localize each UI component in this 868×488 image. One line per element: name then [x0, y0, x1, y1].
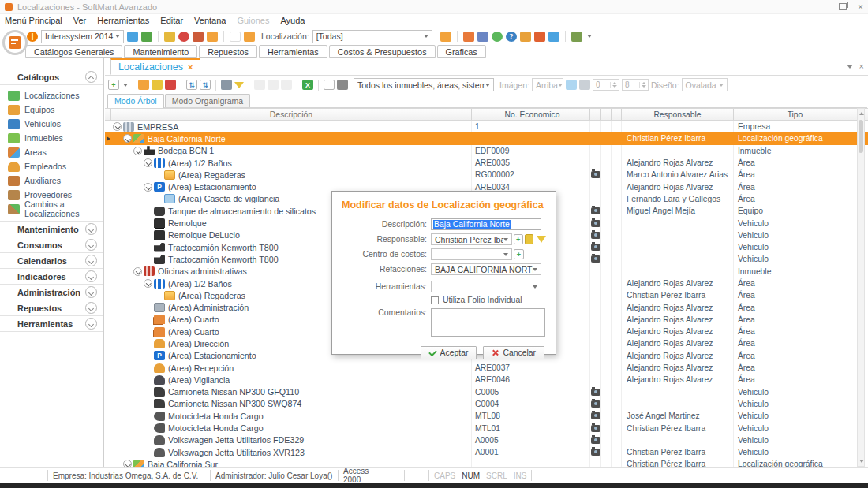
cancelar-button[interactable]: Cancelar — [483, 346, 544, 359]
org-person-icon[interactable] — [579, 80, 590, 90]
globe-icon[interactable] — [492, 32, 503, 42]
column-extra-2[interactable] — [612, 109, 622, 120]
column-photo[interactable] — [590, 109, 601, 120]
menu-item-guiones[interactable]: Guiones — [237, 16, 269, 25]
ribbon-tab-graficas[interactable]: Graficas — [437, 45, 486, 58]
column-tipo[interactable]: Tipo — [734, 109, 852, 120]
imagen-combo[interactable]: Arriba — [532, 78, 563, 91]
ribbon-tab-repuestos[interactable]: Repuestos — [199, 45, 257, 58]
tree-grid-row[interactable]: (Area) RecepciónARE0037Alejandro Rojas A… — [105, 362, 868, 374]
tree-expand-icon[interactable] — [113, 122, 122, 131]
tab-localizaciones[interactable]: Localizaciones × — [110, 58, 200, 75]
menu-item-herramientas[interactable]: Herramientas — [97, 16, 149, 25]
ribbon-tab-cat-logos-generales[interactable]: Catálogos Generales — [25, 45, 122, 58]
view-filter-combo[interactable]: Todos los inmuebles, áreas, sistemas, eq… — [354, 78, 494, 91]
help-icon[interactable]: ? — [506, 32, 517, 42]
print-button[interactable] — [337, 80, 348, 90]
org-image-icon[interactable] — [566, 80, 577, 90]
sidebar-section-repuestos[interactable]: Repuestos — [0, 300, 103, 315]
excel-export-button[interactable]: X — [302, 80, 313, 90]
comentarios-textarea[interactable] — [431, 308, 545, 337]
close-button[interactable]: × — [858, 3, 863, 11]
tree-expand-icon[interactable] — [144, 279, 152, 288]
menu-item-ver[interactable]: Ver — [73, 16, 87, 25]
descripcion-input[interactable]: Baja California Norte — [431, 218, 541, 230]
add-record-button[interactable]: + — [108, 80, 119, 90]
sidebar-item-cambios-a-localizaciones[interactable]: Cambios a Localizaciones — [0, 202, 103, 216]
add-responsable-icon[interactable]: + — [514, 234, 523, 244]
levels-spinner[interactable]: 0 — [593, 79, 619, 91]
sidebar-item-localizaciones[interactable]: Localizaciones — [0, 88, 103, 102]
tree-grid-row[interactable]: Motocicleta Honda CargoMTL01Christian Pé… — [105, 422, 868, 434]
tab-list-dropdown-icon[interactable] — [847, 65, 853, 69]
tree-grid-row[interactable]: Volkswagen Jetta Utilitarios FDE329A0005… — [105, 434, 868, 446]
menu-item-editar[interactable]: Editar — [160, 16, 183, 25]
home-icon[interactable] — [440, 32, 451, 42]
users-icon[interactable] — [520, 32, 531, 42]
diseno-combo[interactable]: Ovalada — [682, 78, 728, 91]
image-icon[interactable] — [127, 32, 138, 42]
copy-button[interactable] — [268, 80, 279, 90]
view-record-button[interactable] — [152, 80, 163, 90]
filter-responsable-icon[interactable] — [537, 236, 546, 243]
edit-record-button[interactable] — [138, 80, 149, 90]
windows-icon[interactable] — [548, 32, 559, 42]
power-icon[interactable]: ❙ — [27, 32, 38, 42]
ribbon-tab-costos-presupuestos[interactable]: Costos & Presupuestos — [329, 45, 436, 58]
tree-grid-row[interactable]: Volkswagen Jetta Utilitarios XVR123A0001… — [105, 446, 868, 458]
sidebar-section-cat-logos[interactable]: Catálogos — [0, 69, 103, 84]
scroll-up-icon[interactable] — [859, 112, 864, 115]
sidebar-item-auxiliares[interactable]: Auxiliares — [0, 173, 103, 188]
sidebar-section-mantenimiento[interactable]: Mantenimiento — [0, 221, 103, 237]
add-centro-icon[interactable]: + — [514, 249, 524, 259]
tree-expand-icon[interactable] — [133, 147, 142, 155]
expand-section-icon[interactable] — [85, 318, 97, 330]
cut-button[interactable] — [254, 80, 265, 90]
expand-all-button[interactable]: ⇅ — [186, 80, 197, 90]
refacciones-combo[interactable]: BAJA CALIFORNIA NORTE — [431, 263, 541, 275]
exit-icon-caret[interactable] — [587, 35, 592, 38]
tree-grid-row[interactable]: (Area) 1/2 BañosARE0035Alejandro Rojas A… — [105, 157, 868, 169]
centro-costos-combo[interactable] — [431, 248, 512, 260]
tree-grid-row[interactable]: (Area) VigilanciaARE0046Alejandro Rojas … — [105, 374, 868, 386]
menu-item-ayuda[interactable]: Ayuda — [280, 16, 305, 25]
sidebar-item-empleados[interactable]: Empleados — [0, 159, 103, 173]
sync-icon[interactable] — [193, 32, 204, 42]
ribbon-tab-herramientas[interactable]: Herramientas — [259, 45, 327, 58]
sidebar-section-indicadores[interactable]: Indicadores — [0, 268, 103, 284]
exit-icon[interactable] — [571, 32, 582, 42]
tree-grid-row[interactable]: (Area) RegaderasRG000002Marco Antonio Al… — [105, 169, 868, 181]
scrollbar-thumb[interactable] — [859, 120, 863, 153]
open-folder-icon[interactable] — [244, 32, 255, 42]
localizacion-combo[interactable]: [Todas] — [312, 30, 432, 43]
collapse-section-icon[interactable] — [85, 71, 97, 83]
app-logo-button[interactable] — [2, 30, 28, 55]
search-button[interactable] — [221, 80, 232, 90]
expand-section-icon[interactable] — [85, 270, 97, 282]
column-no-economico[interactable]: No. Economico — [472, 109, 590, 120]
ribbon-tab-mantenimiento[interactable]: Mantenimiento — [124, 45, 197, 58]
tab-strip-close-icon[interactable]: × — [859, 62, 864, 70]
plant-icon[interactable] — [141, 32, 152, 42]
sidebar-item-veh-culos[interactable]: Vehículos — [0, 117, 103, 131]
expand-section-icon[interactable] — [85, 286, 97, 298]
tree-grid-row[interactable]: Baja California SurChristian Pérez Ibarr… — [105, 458, 868, 467]
tree-expand-icon[interactable] — [144, 158, 152, 167]
depth-spinner[interactable]: 8 — [622, 79, 649, 91]
menu-item-men-principal[interactable]: Menú Principal — [5, 16, 62, 25]
tree-grid-row[interactable]: Bodega BCN 1EDF0009Inmueble — [105, 145, 868, 157]
delete-record-button[interactable] — [165, 80, 176, 90]
table-icon[interactable] — [477, 32, 488, 42]
tree-grid-row[interactable]: EMPRESA1Empresa — [105, 121, 868, 132]
column-responsable[interactable]: Responsable — [622, 109, 734, 120]
checkbox-icon[interactable] — [230, 32, 241, 42]
expand-section-icon[interactable] — [85, 239, 97, 251]
menu-item-ventana[interactable]: Ventana — [194, 16, 226, 25]
scroll-down-icon[interactable] — [859, 460, 864, 463]
sidebar-section-herramientas[interactable]: Herramientas — [0, 315, 103, 331]
folio-individual-checkbox[interactable] — [431, 296, 439, 304]
sidebar-item-equipos[interactable]: Equipos — [0, 102, 103, 117]
sidebar-section-consumos[interactable]: Consumos — [0, 237, 103, 252]
package-icon[interactable] — [164, 32, 175, 42]
mode-tab-modo-organigrama[interactable]: Modo Organigrama — [165, 94, 250, 107]
